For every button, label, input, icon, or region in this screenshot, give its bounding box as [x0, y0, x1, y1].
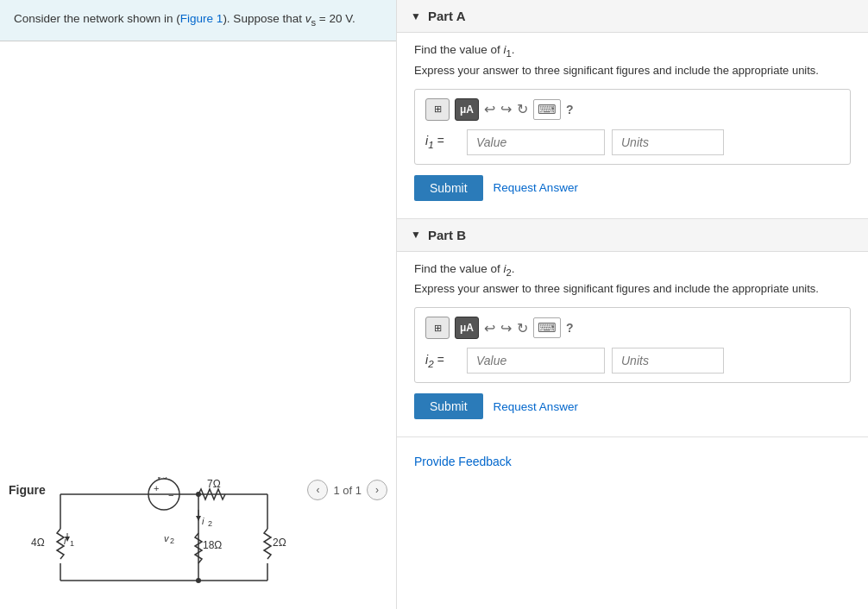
keyboard-icon[interactable]: ⌨ [533, 99, 561, 120]
matrix-icon[interactable]: ⊞ [425, 98, 450, 121]
part-b-undo-icon[interactable]: ↩ [484, 320, 495, 336]
part-a-label: i1 = [425, 134, 460, 150]
part-a-sub: 1 [506, 48, 512, 59]
part-a-header: ▼ Part A [397, 0, 868, 33]
provide-feedback-section: Provide Feedback [397, 437, 868, 486]
part-b-submit-button[interactable]: Submit [414, 393, 483, 419]
part-b-toggle[interactable]: ▼ [411, 229, 421, 241]
part-a-section: ▼ Part A Find the value of i1. Express y… [397, 0, 868, 219]
part-a-button-row: Submit Request Answer [414, 175, 851, 201]
svg-text:1: 1 [70, 539, 74, 548]
nav-text: 1 of 1 [333, 484, 362, 497]
svg-text:4Ω: 4Ω [31, 537, 45, 549]
part-b-input-row: i2 = [425, 348, 840, 374]
part-a-request-answer-link[interactable]: Request Answer [494, 181, 578, 194]
problem-text2: ). Suppose that [223, 12, 305, 25]
part-b-toolbar: ⊞ μΑ ↩ ↪ ↻ ⌨ ? [425, 317, 840, 339]
part-b-request-answer-link[interactable]: Request Answer [494, 400, 578, 413]
problem-statement: Consider the network shown in (Figure 1)… [0, 0, 396, 41]
part-b-value-input[interactable] [467, 348, 605, 374]
left-panel: Consider the network shown in (Figure 1)… [0, 0, 397, 609]
part-b-sub: 2 [506, 267, 512, 277]
part-a-find-text: Find the value of i1. [414, 43, 851, 59]
part-a-units-input[interactable] [612, 129, 724, 155]
figure-label: Figure [9, 483, 46, 497]
part-b-refresh-icon[interactable]: ↻ [517, 320, 528, 336]
figure-area: 4Ω i 1 + − v s 7Ω i [0, 41, 396, 609]
part-a-value-input[interactable] [467, 129, 605, 155]
part-b-button-row: Submit Request Answer [414, 393, 851, 419]
part-b-input-box: ⊞ μΑ ↩ ↪ ↻ ⌨ ? i2 = [414, 307, 851, 383]
figure-nav[interactable]: ‹ 1 of 1 › [307, 480, 387, 500]
svg-text:18Ω: 18Ω [203, 539, 222, 551]
part-b-section: ▼ Part B Find the value of i2. Express y… [397, 219, 868, 438]
figure-label-row: Figure ‹ 1 of 1 › [0, 474, 396, 505]
vs-value: = 20 V. [316, 12, 355, 25]
svg-text:i: i [202, 516, 204, 526]
figure-link[interactable]: Figure 1 [180, 12, 223, 25]
part-a-input-row: i1 = [425, 129, 840, 155]
refresh-icon[interactable]: ↻ [517, 101, 528, 117]
part-a-submit-button[interactable]: Submit [414, 175, 483, 201]
vs-label: vs [305, 12, 316, 25]
part-b-mu-a-icon[interactable]: μΑ [455, 317, 479, 339]
redo-icon[interactable]: ↪ [500, 101, 512, 117]
part-a-toggle[interactable]: ▼ [411, 10, 421, 22]
problem-text: Consider the network shown in ( [14, 12, 180, 25]
part-b-title: Part B [428, 228, 466, 242]
part-b-help-icon[interactable]: ? [566, 321, 574, 335]
part-b-label: i2 = [425, 353, 460, 369]
part-b-express-text: Express your answer to three significant… [414, 282, 851, 295]
part-b-redo-icon[interactable]: ↪ [500, 320, 512, 336]
part-b-matrix-icon[interactable]: ⊞ [425, 317, 450, 339]
right-panel: ▼ Part A Find the value of i1. Express y… [397, 0, 868, 609]
svg-point-27 [196, 578, 201, 583]
prev-figure-button[interactable]: ‹ [307, 480, 328, 500]
svg-text:2: 2 [170, 537, 174, 545]
part-a-input-box: ⊞ μΑ ↩ ↪ ↻ ⌨ ? i1 = [414, 89, 851, 165]
help-icon[interactable]: ? [566, 103, 574, 116]
mu-a-icon[interactable]: μΑ [455, 98, 479, 121]
part-a-title: Part A [428, 9, 466, 23]
part-b-units-input[interactable] [612, 348, 724, 374]
provide-feedback-link[interactable]: Provide Feedback [414, 455, 512, 468]
part-a-express-text: Express your answer to three significant… [414, 64, 851, 77]
svg-text:i: i [64, 536, 66, 546]
part-b-find-text: Find the value of i2. [414, 262, 851, 278]
next-figure-button[interactable]: › [367, 480, 387, 500]
part-b-header: ▼ Part B [397, 219, 868, 252]
svg-text:2: 2 [208, 519, 212, 528]
svg-text:v: v [164, 533, 170, 543]
undo-icon[interactable]: ↩ [484, 101, 495, 117]
svg-text:2Ω: 2Ω [273, 537, 286, 549]
part-a-toolbar: ⊞ μΑ ↩ ↪ ↻ ⌨ ? [425, 98, 840, 121]
part-b-keyboard-icon[interactable]: ⌨ [533, 317, 561, 338]
